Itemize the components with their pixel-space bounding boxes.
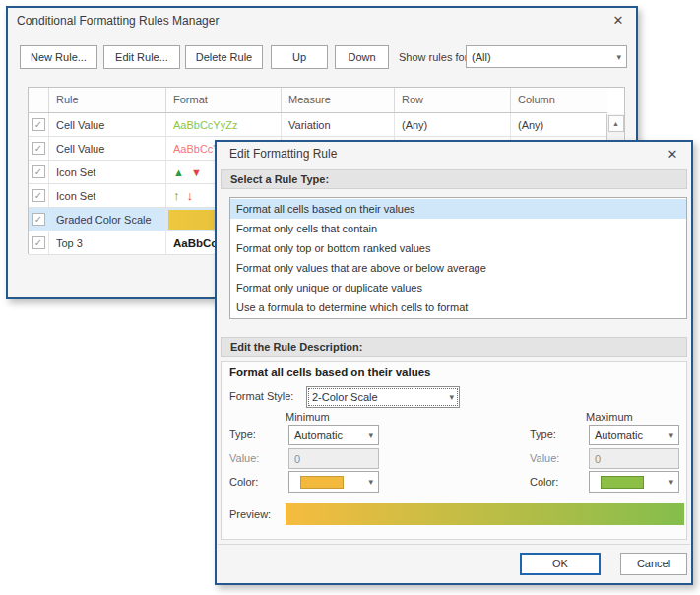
rule-name-cell: Cell Value [49,137,166,160]
rule-row-cell: ✓ [29,113,49,136]
dropdown-arrow-icon: ▾ [668,477,678,487]
rules-manager-title: Conditional Formatting Rules Manager [17,14,219,28]
rule-type-option[interactable]: Format only top or bottom ranked values [230,238,686,258]
rule-enabled-checkbox[interactable]: ✓ [32,236,45,249]
min-color-label: Color: [229,476,258,488]
edit-rule-description-header: Edit the Rule Description: [221,337,687,357]
max-type-select[interactable]: Automatic ▾ [589,425,679,445]
rule-row-cell: ✓ [29,208,49,231]
cancel-button[interactable]: Cancel [620,553,687,575]
rule-enabled-checkbox[interactable]: ✓ [32,189,45,202]
column-header-checkbox[interactable] [29,88,49,112]
dropdown-arrow-icon: ▾ [449,392,459,402]
min-type-value: Automatic [294,430,343,441]
rule-row[interactable]: ✓Cell ValueAaBbCcYyZzVariation(Any)(Any) [29,113,607,137]
rule-column-scope-cell: (Any) [511,113,607,136]
edit-rule-button[interactable]: Edit Rule... [103,45,180,69]
rule-type-option[interactable]: Format only values that are above or bel… [230,258,686,278]
rule-type-option[interactable]: Format only cells that contain [230,219,686,238]
ok-button[interactable]: OK [520,553,601,575]
rule-type-option[interactable]: Format only unique or duplicate values [230,278,686,298]
close-icon[interactable]: ✕ [664,146,681,164]
format-style-select[interactable]: 2-Color Scale ▾ [306,386,460,408]
rule-row-cell: ✓ [29,161,49,183]
rule-name-cell: Graded Color Scale [49,208,166,231]
column-header-Measure[interactable]: Measure [282,88,395,112]
min-value-input [288,448,379,469]
format-style-label: Format Style: [229,390,293,402]
dropdown-arrow-icon: ▾ [368,477,378,487]
rule-enabled-checkbox[interactable]: ✓ [32,213,45,226]
rule-name-cell: Cell Value [49,113,166,136]
up-button[interactable]: Up [271,45,328,69]
desktop: Conditional Formatting Rules Manager ✕ N… [0,0,700,595]
column-header-Row[interactable]: Row [395,88,511,112]
rule-format-cell: AaBbCcYyZz [166,113,282,136]
rule-row-cell: ✓ [29,184,49,207]
arrow-up-icon: ↑ [173,188,180,203]
column-header-Column[interactable]: Column [511,88,607,112]
min-color-select[interactable]: ▾ [288,471,379,493]
rule-row-cell: ✓ [29,231,49,254]
dropdown-arrow-icon: ▾ [668,430,678,440]
preview-label: Preview: [229,508,271,520]
select-rule-type-header: Select a Rule Type: [221,169,687,189]
max-type-label: Type: [530,429,556,440]
rule-measure-cell: Variation [282,113,395,136]
close-icon[interactable]: ✕ [609,12,627,30]
max-color-swatch [601,476,644,489]
rule-enabled-checkbox[interactable]: ✓ [32,165,45,178]
max-value-label: Value: [530,452,559,464]
scroll-up-icon[interactable]: ▲ [608,115,624,132]
edit-rule-title: Edit Formatting Rule [229,147,337,161]
dropdown-arrow-icon: ▾ [368,430,378,440]
rule-row-scope-cell: (Any) [395,113,511,136]
rule-type-option[interactable]: Use a formula to determine which cells t… [230,298,686,317]
show-rules-for-label: Show rules for: [399,51,471,63]
preview-gradient-bar [286,503,684,525]
edit-formatting-rule-dialog: Edit Formatting Rule ✕ Select a Rule Typ… [215,140,693,585]
maximum-header: Maximum [586,411,633,423]
rule-type-listbox: Format all cells based on their valuesFo… [229,197,687,319]
triangle-up-icon: ▲ [173,166,184,178]
format-preview-text: AaBbCcYyZz [173,119,237,131]
column-header-Rule[interactable]: Rule [49,88,166,112]
show-rules-for-value: (All) [472,51,491,63]
column-header-Format[interactable]: Format [166,88,282,112]
rule-row-cell: ✓ [29,137,49,160]
rule-name-cell: Icon Set [49,161,166,183]
dropdown-arrow-icon: ▾ [616,52,626,62]
footer-separator [218,544,690,545]
rule-description-panel: Format all cells based on their values F… [221,361,687,540]
rule-enabled-checkbox[interactable]: ✓ [32,118,45,131]
min-type-label: Type: [229,429,256,440]
show-rules-for-select[interactable]: (All) ▾ [466,45,627,68]
triangle-down-icon: ▼ [191,166,202,178]
rule-enabled-checkbox[interactable]: ✓ [32,142,45,155]
max-color-select[interactable]: ▾ [589,471,679,493]
min-value-label: Value: [229,452,259,464]
max-color-label: Color: [530,476,558,488]
format-style-value: 2-Color Scale [312,391,378,403]
rules-table-header: RuleFormatMeasureRowColumn [29,88,607,113]
description-title: Format all cells based on their values [229,366,431,378]
max-type-value: Automatic [595,430,643,441]
max-value-input [589,448,679,469]
arrow-down-icon: ↓ [187,188,194,203]
min-color-swatch [300,476,344,489]
rule-type-option[interactable]: Format all cells based on their values [230,199,686,219]
minimum-header: Minimum [286,411,330,423]
min-type-select[interactable]: Automatic ▾ [288,425,379,445]
rule-name-cell: Icon Set [49,184,166,207]
delete-rule-button[interactable]: Delete Rule [185,45,263,69]
new-rule-button[interactable]: New Rule... [20,45,97,69]
down-button[interactable]: Down [335,45,389,69]
rule-name-cell: Top 3 [49,231,166,254]
